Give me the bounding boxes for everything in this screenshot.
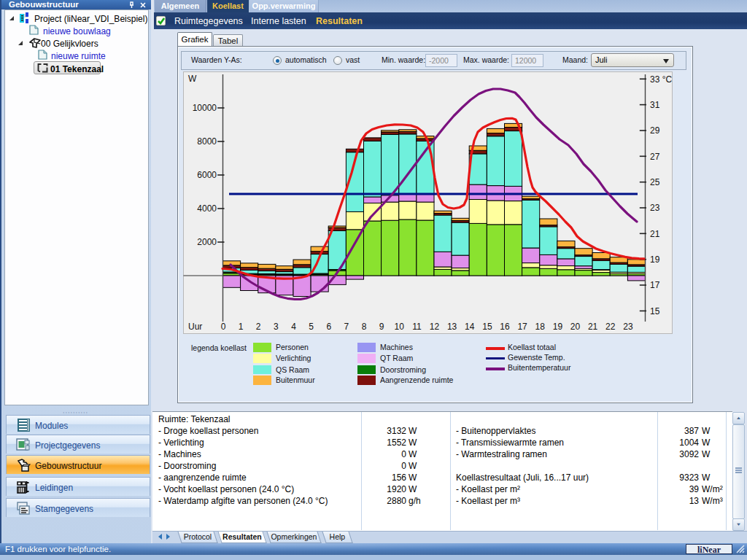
svg-text:18: 18 [535, 322, 546, 332]
svg-text:25: 25 [650, 177, 660, 187]
svg-text:3: 3 [274, 322, 279, 332]
svg-text:20: 20 [570, 322, 581, 332]
svg-text:21: 21 [588, 322, 598, 332]
svg-text:5: 5 [309, 322, 314, 332]
svg-text:W: W [188, 74, 197, 84]
svg-text:11: 11 [412, 322, 422, 332]
svg-text:0: 0 [221, 322, 226, 332]
svg-text:16: 16 [500, 322, 510, 332]
svg-text:29: 29 [650, 125, 660, 136]
svg-text:Uur: Uur [188, 322, 202, 332]
svg-text:23: 23 [623, 322, 633, 332]
svg-text:8000: 8000 [197, 136, 217, 147]
svg-text:2000: 2000 [197, 237, 217, 247]
svg-text:12: 12 [430, 322, 440, 332]
svg-text:1: 1 [239, 322, 244, 332]
svg-text:7: 7 [344, 322, 349, 332]
svg-text:17: 17 [517, 322, 527, 332]
svg-text:13: 13 [447, 322, 457, 332]
svg-text:22: 22 [605, 322, 616, 332]
svg-text:19: 19 [650, 254, 660, 265]
svg-text:17: 17 [650, 280, 660, 290]
svg-text:4: 4 [291, 322, 296, 332]
svg-text:9: 9 [379, 322, 384, 332]
svg-text:2: 2 [256, 322, 261, 332]
svg-text:4000: 4000 [197, 203, 217, 214]
svg-text:19: 19 [553, 322, 563, 332]
svg-text:10: 10 [395, 322, 405, 332]
svg-text:27: 27 [650, 152, 660, 162]
svg-text:6000: 6000 [197, 170, 217, 180]
svg-text:15: 15 [650, 306, 660, 316]
svg-text:31: 31 [650, 100, 660, 110]
svg-text:10000: 10000 [193, 103, 217, 113]
svg-text:14: 14 [465, 322, 475, 332]
svg-text:33 °C: 33 °C [650, 74, 672, 85]
svg-text:15: 15 [482, 322, 492, 332]
svg-text:23: 23 [650, 203, 660, 213]
svg-text:8: 8 [362, 322, 367, 332]
svg-text:21: 21 [650, 229, 660, 239]
svg-text:6: 6 [326, 322, 331, 332]
